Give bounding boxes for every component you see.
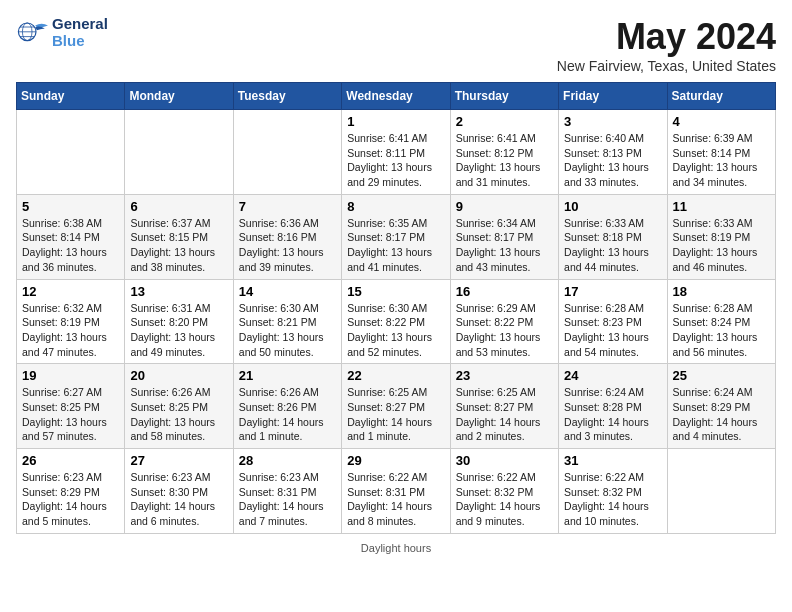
calendar-cell: 9Sunrise: 6:34 AM Sunset: 8:17 PM Daylig… (450, 194, 558, 279)
day-number: 31 (564, 453, 661, 468)
day-number: 18 (673, 284, 770, 299)
calendar-cell: 2Sunrise: 6:41 AM Sunset: 8:12 PM Daylig… (450, 110, 558, 195)
logo-line2: Blue (52, 33, 108, 50)
calendar-cell: 7Sunrise: 6:36 AM Sunset: 8:16 PM Daylig… (233, 194, 341, 279)
calendar-cell: 6Sunrise: 6:37 AM Sunset: 8:15 PM Daylig… (125, 194, 233, 279)
calendar-day-header: Tuesday (233, 83, 341, 110)
day-number: 4 (673, 114, 770, 129)
calendar-cell: 20Sunrise: 6:26 AM Sunset: 8:25 PM Dayli… (125, 364, 233, 449)
calendar-cell: 17Sunrise: 6:28 AM Sunset: 8:23 PM Dayli… (559, 279, 667, 364)
day-info: Sunrise: 6:23 AM Sunset: 8:31 PM Dayligh… (239, 470, 336, 529)
calendar-day-header: Wednesday (342, 83, 450, 110)
day-info: Sunrise: 6:26 AM Sunset: 8:25 PM Dayligh… (130, 385, 227, 444)
day-info: Sunrise: 6:26 AM Sunset: 8:26 PM Dayligh… (239, 385, 336, 444)
day-info: Sunrise: 6:33 AM Sunset: 8:19 PM Dayligh… (673, 216, 770, 275)
footer-label: Daylight hours (361, 542, 431, 554)
day-info: Sunrise: 6:22 AM Sunset: 8:32 PM Dayligh… (564, 470, 661, 529)
day-info: Sunrise: 6:41 AM Sunset: 8:11 PM Dayligh… (347, 131, 444, 190)
day-number: 22 (347, 368, 444, 383)
day-number: 30 (456, 453, 553, 468)
day-number: 6 (130, 199, 227, 214)
calendar-week-row: 5Sunrise: 6:38 AM Sunset: 8:14 PM Daylig… (17, 194, 776, 279)
day-info: Sunrise: 6:27 AM Sunset: 8:25 PM Dayligh… (22, 385, 119, 444)
day-info: Sunrise: 6:41 AM Sunset: 8:12 PM Dayligh… (456, 131, 553, 190)
calendar-cell: 30Sunrise: 6:22 AM Sunset: 8:32 PM Dayli… (450, 449, 558, 534)
day-number: 26 (22, 453, 119, 468)
logo-line1: General (52, 16, 108, 33)
day-number: 23 (456, 368, 553, 383)
calendar-day-header: Saturday (667, 83, 775, 110)
calendar-cell: 14Sunrise: 6:30 AM Sunset: 8:21 PM Dayli… (233, 279, 341, 364)
calendar-cell: 31Sunrise: 6:22 AM Sunset: 8:32 PM Dayli… (559, 449, 667, 534)
calendar-cell: 27Sunrise: 6:23 AM Sunset: 8:30 PM Dayli… (125, 449, 233, 534)
day-number: 5 (22, 199, 119, 214)
calendar-week-row: 26Sunrise: 6:23 AM Sunset: 8:29 PM Dayli… (17, 449, 776, 534)
day-number: 19 (22, 368, 119, 383)
day-number: 14 (239, 284, 336, 299)
calendar-cell: 4Sunrise: 6:39 AM Sunset: 8:14 PM Daylig… (667, 110, 775, 195)
day-number: 1 (347, 114, 444, 129)
calendar-cell: 23Sunrise: 6:25 AM Sunset: 8:27 PM Dayli… (450, 364, 558, 449)
calendar-day-header: Thursday (450, 83, 558, 110)
calendar-cell: 19Sunrise: 6:27 AM Sunset: 8:25 PM Dayli… (17, 364, 125, 449)
location-label: New Fairview, Texas, United States (557, 58, 776, 74)
day-number: 28 (239, 453, 336, 468)
day-number: 13 (130, 284, 227, 299)
calendar-day-header: Sunday (17, 83, 125, 110)
calendar-cell: 5Sunrise: 6:38 AM Sunset: 8:14 PM Daylig… (17, 194, 125, 279)
day-number: 2 (456, 114, 553, 129)
calendar-cell: 13Sunrise: 6:31 AM Sunset: 8:20 PM Dayli… (125, 279, 233, 364)
day-info: Sunrise: 6:24 AM Sunset: 8:29 PM Dayligh… (673, 385, 770, 444)
day-number: 9 (456, 199, 553, 214)
calendar-cell: 1Sunrise: 6:41 AM Sunset: 8:11 PM Daylig… (342, 110, 450, 195)
calendar-week-row: 19Sunrise: 6:27 AM Sunset: 8:25 PM Dayli… (17, 364, 776, 449)
calendar-cell: 10Sunrise: 6:33 AM Sunset: 8:18 PM Dayli… (559, 194, 667, 279)
day-number: 12 (22, 284, 119, 299)
calendar-cell: 11Sunrise: 6:33 AM Sunset: 8:19 PM Dayli… (667, 194, 775, 279)
calendar-cell: 22Sunrise: 6:25 AM Sunset: 8:27 PM Dayli… (342, 364, 450, 449)
day-info: Sunrise: 6:38 AM Sunset: 8:14 PM Dayligh… (22, 216, 119, 275)
logo: General Blue (16, 16, 108, 49)
day-number: 16 (456, 284, 553, 299)
day-number: 7 (239, 199, 336, 214)
calendar-cell: 29Sunrise: 6:22 AM Sunset: 8:31 PM Dayli… (342, 449, 450, 534)
day-info: Sunrise: 6:25 AM Sunset: 8:27 PM Dayligh… (347, 385, 444, 444)
title-area: May 2024 New Fairview, Texas, United Sta… (557, 16, 776, 74)
day-number: 24 (564, 368, 661, 383)
calendar-cell: 24Sunrise: 6:24 AM Sunset: 8:28 PM Dayli… (559, 364, 667, 449)
day-number: 27 (130, 453, 227, 468)
day-info: Sunrise: 6:39 AM Sunset: 8:14 PM Dayligh… (673, 131, 770, 190)
calendar-cell: 18Sunrise: 6:28 AM Sunset: 8:24 PM Dayli… (667, 279, 775, 364)
day-info: Sunrise: 6:36 AM Sunset: 8:16 PM Dayligh… (239, 216, 336, 275)
day-info: Sunrise: 6:31 AM Sunset: 8:20 PM Dayligh… (130, 301, 227, 360)
calendar-cell: 16Sunrise: 6:29 AM Sunset: 8:22 PM Dayli… (450, 279, 558, 364)
day-number: 17 (564, 284, 661, 299)
day-info: Sunrise: 6:25 AM Sunset: 8:27 PM Dayligh… (456, 385, 553, 444)
calendar-cell: 12Sunrise: 6:32 AM Sunset: 8:19 PM Dayli… (17, 279, 125, 364)
day-info: Sunrise: 6:22 AM Sunset: 8:31 PM Dayligh… (347, 470, 444, 529)
day-number: 11 (673, 199, 770, 214)
day-number: 15 (347, 284, 444, 299)
footer: Daylight hours (16, 542, 776, 554)
day-number: 25 (673, 368, 770, 383)
calendar-header-row: SundayMondayTuesdayWednesdayThursdayFrid… (17, 83, 776, 110)
day-number: 10 (564, 199, 661, 214)
calendar-table: SundayMondayTuesdayWednesdayThursdayFrid… (16, 82, 776, 534)
calendar-day-header: Friday (559, 83, 667, 110)
day-info: Sunrise: 6:34 AM Sunset: 8:17 PM Dayligh… (456, 216, 553, 275)
calendar-week-row: 12Sunrise: 6:32 AM Sunset: 8:19 PM Dayli… (17, 279, 776, 364)
day-info: Sunrise: 6:24 AM Sunset: 8:28 PM Dayligh… (564, 385, 661, 444)
calendar-cell (233, 110, 341, 195)
calendar-cell: 8Sunrise: 6:35 AM Sunset: 8:17 PM Daylig… (342, 194, 450, 279)
month-title: May 2024 (557, 16, 776, 58)
day-number: 3 (564, 114, 661, 129)
day-number: 21 (239, 368, 336, 383)
day-number: 8 (347, 199, 444, 214)
logo-icon (16, 19, 48, 47)
day-info: Sunrise: 6:30 AM Sunset: 8:21 PM Dayligh… (239, 301, 336, 360)
calendar-cell (17, 110, 125, 195)
calendar-cell (667, 449, 775, 534)
day-info: Sunrise: 6:40 AM Sunset: 8:13 PM Dayligh… (564, 131, 661, 190)
calendar-week-row: 1Sunrise: 6:41 AM Sunset: 8:11 PM Daylig… (17, 110, 776, 195)
day-number: 20 (130, 368, 227, 383)
